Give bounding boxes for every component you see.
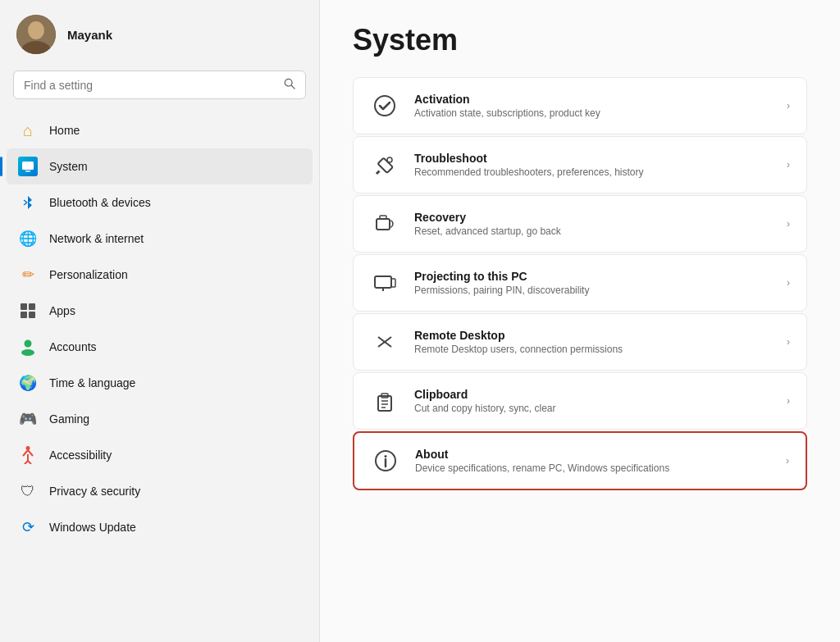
network-icon: 🌐	[18, 229, 38, 248]
settings-item-title-activation: Activation	[414, 93, 600, 106]
svg-point-23	[375, 96, 395, 116]
svg-line-21	[25, 461, 28, 464]
settings-item-recovery[interactable]: Recovery Reset, advanced startup, go bac…	[353, 195, 807, 253]
sidebar-item-bluetooth[interactable]: Bluetooth & devices	[7, 184, 313, 221]
svg-line-4	[291, 85, 294, 89]
svg-line-31	[378, 342, 385, 347]
settings-item-text-recovery: Recovery Reset, advanced startup, go bac…	[414, 211, 561, 237]
activation-icon	[370, 91, 399, 121]
settings-item-projecting[interactable]: Projecting to this PC Permissions, pairi…	[353, 254, 807, 312]
sidebar-item-personalization[interactable]: ✏ Personalization	[7, 257, 313, 293]
settings-item-desc-clipboard: Cut and copy history, sync, clear	[414, 403, 556, 414]
chevron-icon-clipboard: ›	[787, 395, 790, 407]
clipboard-icon	[370, 386, 399, 416]
sidebar-item-gaming[interactable]: 🎮 Gaming	[7, 401, 313, 437]
svg-rect-6	[25, 171, 30, 172]
svg-point-41	[385, 455, 387, 458]
settings-item-about[interactable]: About Device specifications, rename PC, …	[353, 431, 807, 490]
gaming-icon: 🎮	[18, 409, 38, 429]
sidebar-label-system: System	[49, 160, 88, 173]
settings-item-text-activation: Activation Activation state, subscriptio…	[414, 93, 600, 119]
settings-item-text-about: About Device specifications, rename PC, …	[415, 448, 669, 474]
troubleshoot-icon	[370, 150, 399, 180]
svg-line-33	[385, 342, 391, 347]
settings-item-desc-about: Device specifications, rename PC, Window…	[415, 462, 669, 474]
accounts-icon	[18, 337, 38, 357]
projecting-icon	[370, 268, 399, 298]
sidebar-label-accounts: Accounts	[49, 340, 97, 353]
winupdate-icon: ⟳	[18, 517, 38, 537]
settings-item-text-clipboard: Clipboard Cut and copy history, sync, cl…	[414, 388, 556, 414]
sidebar-item-system[interactable]: System	[7, 148, 313, 184]
chevron-icon-activation: ›	[787, 100, 790, 112]
svg-rect-26	[377, 219, 390, 230]
sidebar-item-time[interactable]: 🌍 Time & language	[7, 365, 313, 401]
sidebar-item-winupdate[interactable]: ⟳ Windows Update	[7, 509, 313, 545]
sidebar-item-home[interactable]: ⌂ Home	[7, 112, 313, 148]
bluetooth-icon	[18, 193, 38, 212]
remote-desktop-icon	[370, 327, 399, 357]
sidebar-item-privacy[interactable]: 🛡 Privacy & security	[7, 473, 313, 509]
svg-point-15	[25, 340, 32, 348]
sidebar-label-gaming: Gaming	[49, 412, 89, 426]
search-input[interactable]	[24, 79, 277, 92]
search-box[interactable]	[13, 71, 306, 99]
svg-rect-14	[29, 312, 35, 318]
apps-icon	[18, 301, 38, 321]
sidebar-label-time: Time & language	[49, 376, 135, 389]
time-icon: 🌍	[18, 373, 38, 393]
svg-rect-29	[391, 279, 395, 287]
sidebar-item-apps[interactable]: Apps	[7, 293, 313, 329]
sidebar-item-accounts[interactable]: Accounts	[7, 329, 313, 365]
system-icon	[18, 157, 38, 176]
svg-point-16	[21, 349, 34, 356]
chevron-icon-remote-desktop: ›	[787, 336, 790, 348]
svg-point-17	[26, 446, 30, 450]
svg-rect-13	[21, 312, 27, 318]
settings-item-title-clipboard: Clipboard	[414, 388, 556, 401]
svg-marker-8	[24, 196, 28, 209]
nav-list: ⌂ Home System Bluetooth & devices 🌐 Netw…	[0, 112, 319, 545]
settings-item-desc-projecting: Permissions, pairing PIN, discoverabilit…	[414, 285, 589, 296]
sidebar-label-bluetooth: Bluetooth & devices	[49, 196, 151, 209]
settings-item-desc-activation: Activation state, subscriptions, product…	[414, 107, 600, 119]
settings-item-activation[interactable]: Activation Activation state, subscriptio…	[353, 77, 807, 134]
chevron-icon-recovery: ›	[787, 218, 790, 230]
settings-item-text-remote-desktop: Remote Desktop Remote Desktop users, con…	[414, 329, 623, 355]
svg-rect-11	[21, 303, 27, 310]
svg-line-10	[24, 203, 27, 205]
svg-marker-7	[28, 196, 32, 209]
avatar	[16, 15, 56, 54]
settings-item-troubleshoot[interactable]: Troubleshoot Recommended troubleshooters…	[353, 136, 807, 194]
username-label: Mayank	[67, 28, 112, 42]
svg-line-32	[385, 337, 391, 342]
sidebar-label-winupdate: Windows Update	[49, 521, 136, 534]
svg-rect-5	[22, 162, 34, 170]
svg-rect-12	[29, 303, 35, 310]
sidebar-label-apps: Apps	[49, 304, 75, 317]
svg-rect-24	[378, 158, 393, 173]
settings-item-title-projecting: Projecting to this PC	[414, 270, 589, 283]
sidebar-label-accessibility: Accessibility	[49, 448, 112, 462]
settings-item-title-remote-desktop: Remote Desktop	[414, 329, 623, 342]
settings-item-text-projecting: Projecting to this PC Permissions, pairi…	[414, 270, 589, 296]
accessibility-icon	[18, 445, 38, 465]
svg-point-25	[387, 157, 392, 162]
svg-rect-27	[375, 276, 391, 288]
svg-line-30	[378, 337, 385, 342]
settings-item-desc-remote-desktop: Remote Desktop users, connection permiss…	[414, 344, 623, 355]
settings-item-clipboard[interactable]: Clipboard Cut and copy history, sync, cl…	[353, 372, 807, 430]
about-icon	[371, 446, 400, 476]
settings-item-text-troubleshoot: Troubleshoot Recommended troubleshooters…	[414, 152, 643, 178]
home-icon: ⌂	[18, 121, 38, 140]
sidebar-item-network[interactable]: 🌐 Network & internet	[7, 221, 313, 257]
chevron-icon-troubleshoot: ›	[787, 159, 790, 171]
settings-item-desc-recovery: Reset, advanced startup, go back	[414, 225, 561, 237]
sidebar-label-network: Network & internet	[49, 232, 144, 245]
sidebar-label-home: Home	[49, 124, 80, 137]
settings-item-remote-desktop[interactable]: Remote Desktop Remote Desktop users, con…	[353, 313, 807, 371]
sidebar-item-accessibility[interactable]: Accessibility	[7, 437, 313, 473]
privacy-icon: 🛡	[18, 481, 38, 501]
recovery-icon	[370, 209, 399, 239]
sidebar-label-personalization: Personalization	[49, 268, 128, 281]
